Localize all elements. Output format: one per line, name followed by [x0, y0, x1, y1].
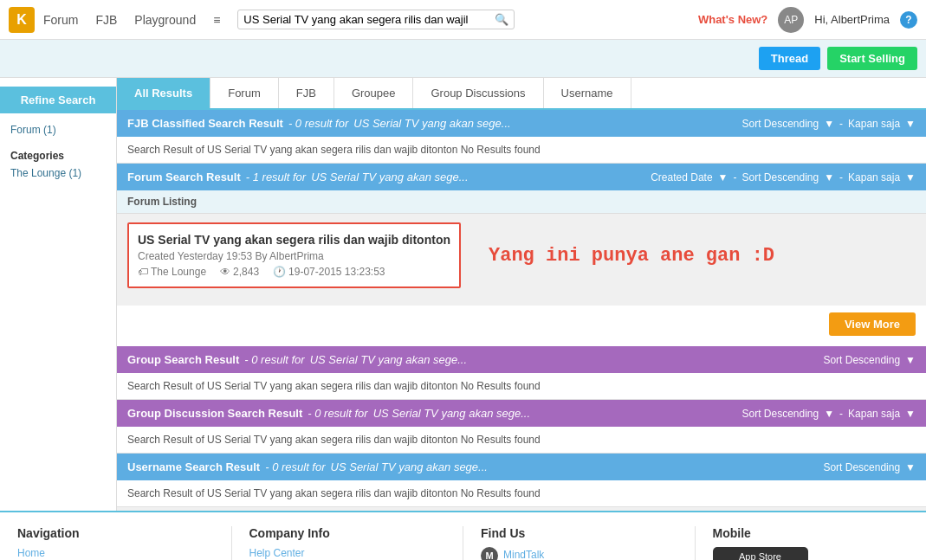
tabs-row: All Results Forum FJB Groupee Group Disc…: [117, 78, 926, 110]
fjb-kapan-btn[interactable]: Kapan saja: [848, 118, 900, 130]
footer: Navigation Home Company Info Help Center…: [0, 511, 926, 560]
content-area: All Results Forum FJB Groupee Group Disc…: [117, 78, 926, 511]
forum-date-text: 19-07-2015 13:23:53: [288, 266, 385, 278]
tab-group-discussions[interactable]: Group Discussions: [413, 78, 543, 108]
avatar: AP: [778, 7, 804, 33]
main-nav: Forum FJB Playground ≡: [43, 13, 220, 27]
footer-navigation: Navigation Home: [17, 526, 214, 560]
groupdiscussion-sort-btn[interactable]: Sort Descending: [741, 408, 819, 420]
username-result-query: US Serial TV yang akan sege...: [331, 460, 488, 473]
group-result-header: Group Search Result - 0 result for US Se…: [117, 346, 926, 373]
forum-result-query: US Serial TV yang akan sege...: [311, 171, 468, 183]
help-icon[interactable]: ?: [900, 11, 917, 29]
sidebar: Refine Search Forum (1) Categories The L…: [0, 78, 117, 511]
fjb-result-title: FJB Classified Search Result: [127, 117, 283, 130]
tab-all-results[interactable]: All Results: [117, 78, 210, 108]
categories-label: Categories: [10, 150, 106, 162]
forum-result-card: US Serial TV yang akan segera rilis dan …: [127, 222, 461, 288]
fjb-sort-btn[interactable]: Sort Descending: [741, 118, 819, 130]
username-result-body: Search Result of US Serial TV yang akan …: [117, 480, 926, 507]
fjb-result-header: FJB Classified Search Result - 0 result …: [117, 110, 926, 137]
sidebar-categories: Categories The Lounge (1): [0, 141, 116, 184]
fjb-sort-divider: -: [839, 118, 843, 130]
footer-divider-2: [463, 526, 463, 560]
fjb-result-body: Search Result of US Serial TV yang akan …: [117, 137, 926, 164]
forum-card-title[interactable]: US Serial TV yang akan segera rilis dan …: [138, 233, 450, 247]
footer-mobile: Mobile App Store Google Play: [713, 526, 910, 560]
group-result-title: Group Search Result: [127, 353, 239, 366]
nav-menu[interactable]: ≡: [213, 13, 220, 27]
forum-lounge-text[interactable]: The Lounge: [151, 266, 206, 278]
forum-created-date[interactable]: Created Date: [651, 171, 712, 183]
groupdiscussion-result-section: Group Discussion Search Result - 0 resul…: [117, 400, 926, 454]
view-more-button[interactable]: View More: [829, 312, 916, 336]
forum-sort-btn[interactable]: Sort Descending: [741, 171, 819, 183]
groupdiscussion-kapan-btn[interactable]: Kapan saja: [848, 408, 900, 420]
forum-card-meta: Created Yesterday 19:53 By AlbertPrima: [138, 250, 450, 262]
footer-mindetalk-link[interactable]: MindTalk: [503, 549, 544, 561]
footer-help-link[interactable]: Help Center: [249, 547, 446, 559]
tab-username[interactable]: Username: [544, 78, 631, 108]
search-input[interactable]: [243, 13, 495, 26]
footer-findus-title: Find Us: [481, 526, 677, 540]
footer-company: Company Info Help Center: [249, 526, 446, 560]
main-layout: Refine Search Forum (1) Categories The L…: [0, 78, 926, 511]
refine-search-label: Refine Search: [0, 87, 116, 113]
footer-divider-1: [231, 526, 232, 560]
groupdiscussion-result-title: Group Discussion Search Result: [127, 407, 302, 420]
header: K Forum FJB Playground ≡ 🔍 What's New? A…: [0, 0, 926, 40]
header-right: What's New? AP Hi, AlbertPrima ?: [698, 7, 917, 33]
username-text: Hi, AlbertPrima: [814, 13, 890, 26]
nav-forum[interactable]: Forum: [43, 13, 78, 27]
groupdiscussion-result-header: Group Discussion Search Result - 0 resul…: [117, 400, 926, 427]
group-result-count: - 0 result for: [244, 353, 304, 366]
tab-fjb[interactable]: FJB: [279, 78, 334, 108]
site-logo[interactable]: K: [9, 7, 35, 33]
groupdiscussion-result-count: - 0 result for: [308, 407, 367, 420]
footer-badges: App Store Google Play: [713, 547, 910, 560]
footer-divider-3: [695, 526, 696, 560]
tab-groupee[interactable]: Groupee: [334, 78, 414, 108]
forum-kapan-btn[interactable]: Kapan saja: [848, 171, 900, 183]
thread-button[interactable]: Thread: [759, 47, 820, 70]
fjb-result-count: - 0 result for: [288, 117, 348, 130]
forum-result-header: Forum Search Result - 1 result for US Se…: [117, 164, 926, 190]
sidebar-forum-link[interactable]: Forum (1): [10, 122, 106, 138]
footer-home-link[interactable]: Home: [17, 547, 214, 559]
group-result-section: Group Search Result - 0 result for US Se…: [117, 346, 926, 400]
toolbar-row: Thread Start Selling: [0, 40, 926, 78]
forum-annotation: Yang ini punya ane gan :D: [471, 236, 792, 275]
sidebar-forum-filter: Forum (1): [0, 113, 116, 141]
appstore-badge[interactable]: App Store: [713, 547, 808, 560]
forum-result-row: US Serial TV yang akan segera rilis dan …: [117, 214, 926, 306]
footer-nav-title: Navigation: [17, 526, 214, 540]
tab-forum[interactable]: Forum: [210, 78, 279, 108]
footer-mobile-title: Mobile: [713, 526, 910, 540]
username-result-header: Username Search Result - 0 result for US…: [117, 454, 926, 480]
username-sort-btn[interactable]: Sort Descending: [823, 461, 900, 473]
group-result-body: Search Result of US Serial TV yang akan …: [117, 373, 926, 400]
search-bar: 🔍: [237, 10, 515, 29]
mindetalk-icon: M: [481, 547, 498, 560]
sidebar-lounge-link[interactable]: The Lounge (1): [10, 165, 106, 181]
nav-playground[interactable]: Playground: [134, 13, 196, 27]
fjb-result-section: FJB Classified Search Result - 0 result …: [117, 110, 926, 164]
group-result-query: US Serial TV yang akan sege...: [310, 353, 467, 366]
whats-new-link[interactable]: What's New?: [698, 13, 767, 26]
username-result-count: - 0 result for: [265, 460, 325, 473]
forum-views-text: 2,843: [233, 266, 259, 278]
footer-find-us: Find Us M MindTalk 📷 Instagram: [481, 526, 677, 560]
view-more-row: View More: [117, 306, 926, 346]
search-icon[interactable]: 🔍: [495, 13, 508, 26]
forum-result-title: Forum Search Result: [127, 171, 241, 183]
username-result-section: Username Search Result - 0 result for US…: [117, 454, 926, 507]
forum-listing-header: Forum Listing: [117, 190, 926, 214]
group-sort-btn[interactable]: Sort Descending: [823, 354, 900, 366]
forum-tag-views: 👁 2,843: [220, 266, 259, 278]
forum-result-section: Forum Search Result - 1 result for US Se…: [117, 164, 926, 346]
footer-company-title: Company Info: [249, 526, 446, 540]
nav-fjb[interactable]: FJB: [95, 13, 117, 27]
start-selling-button[interactable]: Start Selling: [827, 47, 917, 70]
groupdiscussion-result-query: US Serial TV yang akan sege...: [373, 407, 530, 420]
forum-card-tags: 🏷 The Lounge 👁 2,843 🕐 19-07-2015 13:23:…: [138, 266, 450, 278]
